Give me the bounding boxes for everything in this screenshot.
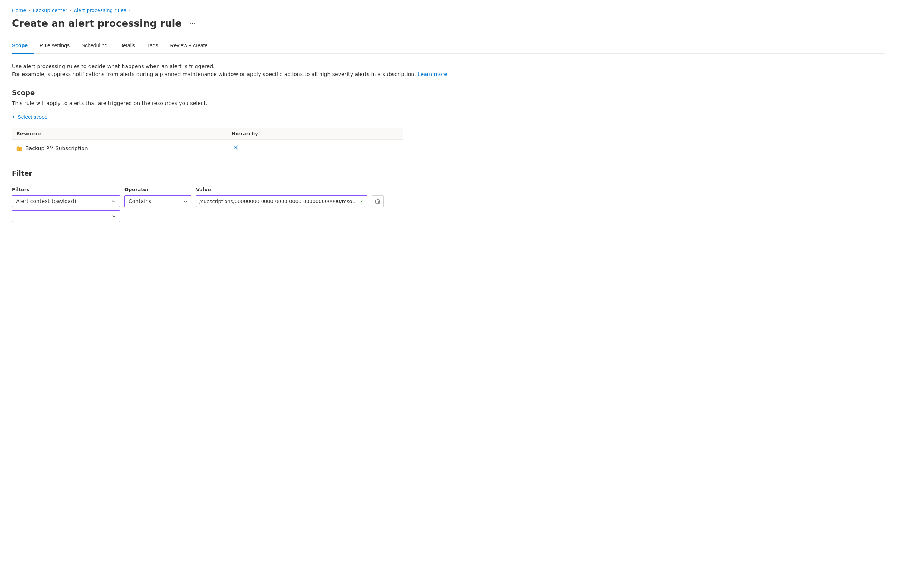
table-row: Backup PM Subscription — [12, 140, 403, 157]
add-filter-row — [12, 210, 403, 222]
remove-resource-button[interactable] — [232, 144, 240, 153]
select-scope-button[interactable]: + Select scope — [12, 112, 48, 122]
tab-review-create[interactable]: Review + create — [164, 38, 214, 54]
scope-title: Scope — [12, 89, 885, 96]
operator-chevron-icon — [184, 199, 187, 204]
description-line2-text: For example, suppress notifications from… — [12, 71, 416, 77]
svg-rect-1 — [17, 147, 19, 148]
breadcrumb: Home › Backup center › Alert processing … — [12, 8, 885, 13]
tab-rule-settings[interactable]: Rule settings — [34, 38, 76, 54]
hierarchy-col-header: Hierarchy — [227, 128, 403, 140]
filter-value-text: /subscriptions/00000000-0000-0000-0000-0… — [199, 199, 358, 204]
tab-details[interactable]: Details — [113, 38, 141, 54]
add-filter-dropdown[interactable] — [12, 210, 120, 222]
breadcrumb-sep-3: › — [129, 8, 130, 13]
page-title: Create an alert processing rule — [12, 18, 182, 29]
resource-table: Resource Hierarchy — [12, 128, 403, 157]
value-check-icon: ✓ — [360, 198, 364, 204]
scope-section: Scope This rule will apply to alerts tha… — [12, 89, 885, 157]
page-title-row: Create an alert processing rule ··· — [12, 17, 885, 29]
breadcrumb-backup-center[interactable]: Backup center — [32, 8, 67, 13]
resource-col-header: Resource — [12, 128, 227, 140]
more-options-button[interactable]: ··· — [186, 17, 199, 29]
breadcrumb-sep-2: › — [70, 8, 72, 13]
breadcrumb-sep-1: › — [28, 8, 30, 13]
filter-type-dropdown[interactable]: Alert context (payload) — [12, 195, 120, 207]
description-line1: Use alert processing rules to decide wha… — [12, 63, 885, 70]
tabs-bar: Scope Rule settings Scheduling Details T… — [12, 38, 885, 54]
plus-icon: + — [12, 114, 15, 120]
select-scope-label: Select scope — [17, 114, 47, 120]
subscription-icon — [16, 145, 22, 151]
breadcrumb-home[interactable]: Home — [12, 8, 26, 13]
hierarchy-cell — [227, 140, 403, 157]
filter-title: Filter — [12, 169, 885, 177]
tab-scheduling[interactable]: Scheduling — [76, 38, 113, 54]
resource-cell: Backup PM Subscription — [12, 140, 227, 157]
delete-filter-button[interactable] — [372, 195, 384, 207]
tab-tags[interactable]: Tags — [141, 38, 164, 54]
filter-section: Filter Filters Operator Value Alert cont… — [12, 169, 885, 222]
operator-value: Contains — [129, 198, 151, 204]
breadcrumb-alert-processing-rules[interactable]: Alert processing rules — [74, 8, 126, 13]
value-input[interactable]: /subscriptions/00000000-0000-0000-0000-0… — [196, 195, 367, 207]
description-line2: For example, suppress notifications from… — [12, 70, 885, 78]
svg-rect-6 — [376, 200, 380, 204]
svg-rect-3 — [19, 149, 20, 150]
add-filter-chevron-icon — [112, 214, 116, 219]
learn-more-link[interactable]: Learn more — [418, 71, 447, 77]
tab-scope[interactable]: Scope — [12, 38, 34, 54]
filter-row-1: Alert context (payload) Contains /subscr… — [12, 195, 403, 207]
operator-col-label: Operator — [124, 187, 191, 192]
description-block: Use alert processing rules to decide wha… — [12, 63, 885, 78]
filter-headers: Filters Operator Value — [12, 187, 403, 192]
filters-col-label: Filters — [12, 187, 120, 192]
filter-type-value: Alert context (payload) — [16, 198, 77, 204]
filter-chevron-icon — [112, 199, 116, 204]
value-col-label: Value — [196, 187, 367, 192]
operator-dropdown[interactable]: Contains — [124, 195, 191, 207]
scope-subtitle: This rule will apply to alerts that are … — [12, 100, 885, 106]
resource-name: Backup PM Subscription — [25, 145, 88, 151]
